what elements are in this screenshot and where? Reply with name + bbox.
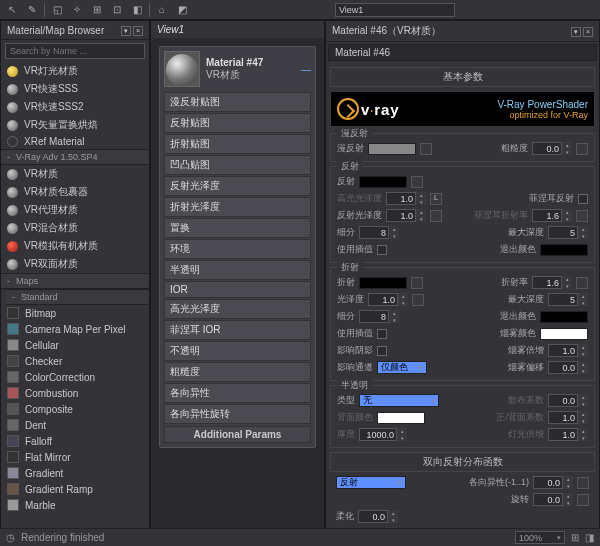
spinner[interactable]: ▴▾ bbox=[532, 276, 572, 289]
dropper-icon[interactable]: ✎ bbox=[24, 2, 40, 18]
spinner[interactable]: ▴▾ bbox=[548, 428, 588, 441]
material-card[interactable]: Material #47 VR材质 — 漫反射贴图反射贴图折射贴图凹凸贴图反射光… bbox=[159, 46, 316, 448]
channel-select[interactable]: 仅颜色 bbox=[377, 361, 427, 374]
material-item[interactable]: VR材质 bbox=[1, 165, 149, 183]
swatch[interactable] bbox=[540, 244, 588, 256]
tool-icon[interactable]: ⊞ bbox=[89, 2, 105, 18]
swatch[interactable] bbox=[540, 311, 588, 323]
attr-slot[interactable]: 菲涅耳 IOR bbox=[164, 320, 311, 340]
swatch[interactable] bbox=[377, 412, 425, 424]
attr-slot[interactable]: 各向异性 bbox=[164, 383, 311, 403]
zoom-select[interactable]: 100% bbox=[515, 531, 565, 544]
attr-slot[interactable]: 环境 bbox=[164, 239, 311, 259]
map-button[interactable] bbox=[412, 294, 424, 306]
map-item[interactable]: Composite bbox=[1, 401, 149, 417]
attr-slot[interactable]: 半透明 bbox=[164, 260, 311, 280]
diffuse-swatch[interactable] bbox=[368, 143, 416, 155]
map-item[interactable]: Flat Mirror bbox=[1, 449, 149, 465]
attr-slot[interactable]: 凹凸贴图 bbox=[164, 155, 311, 175]
section-head[interactable]: Maps bbox=[1, 273, 149, 289]
material-item[interactable]: VR代理材质 bbox=[1, 201, 149, 219]
tool-icon[interactable]: ⊡ bbox=[109, 2, 125, 18]
map-button[interactable] bbox=[576, 277, 588, 289]
rollout-title[interactable]: 基本参数 bbox=[330, 67, 595, 87]
attr-slot[interactable]: 置换 bbox=[164, 218, 311, 238]
section-head[interactable]: Standard bbox=[6, 289, 149, 305]
material-preview[interactable] bbox=[164, 51, 200, 87]
spinner[interactable]: ▴▾ bbox=[532, 209, 572, 222]
spinner[interactable]: ▴▾ bbox=[386, 192, 426, 205]
check[interactable] bbox=[377, 329, 387, 339]
map-button[interactable] bbox=[576, 143, 588, 155]
brdf-select[interactable]: 反射 bbox=[336, 476, 406, 489]
attr-slot[interactable]: 高光光泽度 bbox=[164, 299, 311, 319]
check[interactable] bbox=[377, 346, 387, 356]
spinner[interactable]: ▴▾ bbox=[533, 493, 573, 506]
spinner[interactable]: ▴▾ bbox=[533, 476, 573, 489]
spinner[interactable]: ▴▾ bbox=[548, 411, 588, 424]
map-button[interactable] bbox=[577, 494, 589, 506]
map-item[interactable]: Gradient bbox=[1, 465, 149, 481]
map-item[interactable]: Camera Map Per Pixel bbox=[1, 321, 149, 337]
check[interactable] bbox=[377, 245, 387, 255]
map-item[interactable]: Falloff bbox=[1, 433, 149, 449]
map-item[interactable]: Dent bbox=[1, 417, 149, 433]
map-button[interactable] bbox=[420, 143, 432, 155]
spinner[interactable]: ▴▾ bbox=[359, 428, 407, 441]
tool-icon[interactable]: ◧ bbox=[129, 2, 145, 18]
attr-slot[interactable]: IOR bbox=[164, 281, 311, 298]
map-item[interactable]: Combustion bbox=[1, 385, 149, 401]
swatch[interactable] bbox=[540, 328, 588, 340]
pointer-icon[interactable]: ↖ bbox=[4, 2, 20, 18]
spinner[interactable]: ▴▾ bbox=[548, 226, 588, 239]
material-item[interactable]: VR材质包裹器 bbox=[1, 183, 149, 201]
material-item[interactable]: VR混合材质 bbox=[1, 219, 149, 237]
panel-close-icon[interactable]: × bbox=[133, 26, 143, 36]
tool-icon[interactable]: ◩ bbox=[174, 2, 190, 18]
attr-slot[interactable]: 漫反射贴图 bbox=[164, 92, 311, 112]
section-head[interactable]: V-Ray Adv 1.50.SP4 bbox=[1, 149, 149, 165]
panel-close-icon[interactable]: × bbox=[583, 27, 593, 37]
map-item[interactable]: Cellular bbox=[1, 337, 149, 353]
reflect-swatch[interactable] bbox=[359, 176, 407, 188]
attr-slot[interactable]: 折射贴图 bbox=[164, 134, 311, 154]
spinner[interactable]: ▴▾ bbox=[368, 293, 408, 306]
material-item[interactable]: VR灯光材质 bbox=[1, 62, 149, 80]
map-item[interactable]: Bitmap bbox=[1, 305, 149, 321]
map-item[interactable]: Gradient Ramp bbox=[1, 481, 149, 497]
material-item[interactable]: VR快速SSS bbox=[1, 80, 149, 98]
attr-slot[interactable]: 不透明 bbox=[164, 341, 311, 361]
map-item[interactable]: Checker bbox=[1, 353, 149, 369]
search-input[interactable] bbox=[5, 43, 145, 59]
material-item[interactable]: VR矢量置换烘焙 bbox=[1, 116, 149, 134]
spinner[interactable]: ▴▾ bbox=[359, 226, 399, 239]
spinner[interactable]: ▴▾ bbox=[386, 209, 426, 222]
attr-slot[interactable]: 粗糙度 bbox=[164, 362, 311, 382]
spinner[interactable]: ▴▾ bbox=[358, 510, 398, 523]
rollout-title[interactable]: 双向反射分布函数 bbox=[330, 452, 595, 472]
material-item[interactable]: VR快速SSS2 bbox=[1, 98, 149, 116]
tool-icon[interactable]: ✧ bbox=[69, 2, 85, 18]
lock-button[interactable]: L bbox=[430, 193, 442, 205]
spinner[interactable]: ▴▾ bbox=[548, 394, 588, 407]
map-button[interactable] bbox=[411, 277, 423, 289]
panel-opts-icon[interactable]: ▾ bbox=[121, 26, 131, 36]
material-item[interactable]: VR双面材质 bbox=[1, 255, 149, 273]
map-button[interactable] bbox=[430, 210, 442, 222]
map-button[interactable] bbox=[577, 477, 589, 489]
spinner[interactable]: ▴▾ bbox=[548, 344, 588, 357]
attr-slot[interactable]: 各向异性旋转 bbox=[164, 404, 311, 424]
fresnel-check[interactable] bbox=[578, 194, 588, 204]
trans-type-select[interactable]: 无 bbox=[359, 394, 439, 407]
status-icon[interactable]: ⊞ bbox=[571, 532, 579, 543]
map-button[interactable] bbox=[411, 176, 423, 188]
spinner[interactable]: ▴▾ bbox=[359, 310, 399, 323]
map-item[interactable]: Marble bbox=[1, 497, 149, 513]
tool-icon[interactable]: ◱ bbox=[49, 2, 65, 18]
material-item[interactable]: XRef Material bbox=[1, 134, 149, 149]
attr-slot[interactable]: 反射贴图 bbox=[164, 113, 311, 133]
panel-opts-icon[interactable]: ▾ bbox=[571, 27, 581, 37]
attr-slot[interactable]: 折射光泽度 bbox=[164, 197, 311, 217]
additional-params[interactable]: Additional Params bbox=[164, 426, 311, 443]
attr-slot[interactable]: 反射光泽度 bbox=[164, 176, 311, 196]
